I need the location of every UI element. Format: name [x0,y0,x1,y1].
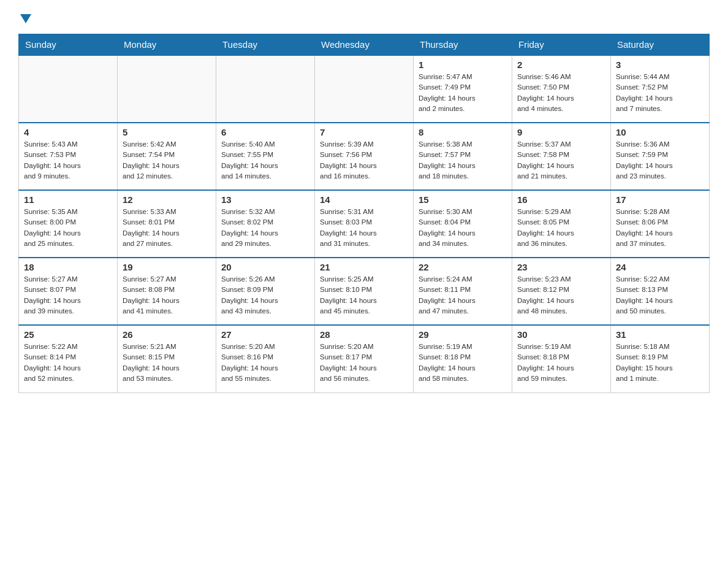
calendar-cell: 31Sunrise: 5:18 AM Sunset: 8:19 PM Dayli… [611,325,710,393]
day-number: 17 [616,194,704,205]
calendar-header-row: SundayMondayTuesdayWednesdayThursdayFrid… [19,34,710,56]
week-row-1: 1Sunrise: 5:47 AM Sunset: 7:49 PM Daylig… [19,55,710,123]
calendar-cell: 13Sunrise: 5:32 AM Sunset: 8:02 PM Dayli… [216,190,315,258]
day-info: Sunrise: 5:35 AM Sunset: 8:00 PM Dayligh… [24,207,112,249]
day-number: 1 [419,59,507,70]
logo-triangle-icon [20,14,31,23]
day-info: Sunrise: 5:22 AM Sunset: 8:13 PM Dayligh… [616,274,704,316]
day-number: 18 [24,262,112,272]
day-number: 24 [616,262,704,272]
day-number: 9 [517,127,605,137]
day-number: 22 [419,262,507,272]
calendar-cell: 15Sunrise: 5:30 AM Sunset: 8:04 PM Dayli… [414,190,512,258]
calendar-cell: 27Sunrise: 5:20 AM Sunset: 8:16 PM Dayli… [216,325,315,393]
calendar-table: SundayMondayTuesdayWednesdayThursdayFrid… [18,34,710,393]
calendar-cell: 28Sunrise: 5:20 AM Sunset: 8:17 PM Dayli… [315,325,414,393]
calendar-header-friday: Friday [512,34,611,56]
day-number: 27 [221,329,309,340]
day-info: Sunrise: 5:28 AM Sunset: 8:06 PM Dayligh… [616,207,704,249]
calendar-cell: 30Sunrise: 5:19 AM Sunset: 8:18 PM Dayli… [512,325,611,393]
day-info: Sunrise: 5:33 AM Sunset: 8:01 PM Dayligh… [123,207,211,249]
day-number: 11 [24,194,112,205]
day-number: 8 [419,127,507,137]
day-number: 4 [24,127,112,137]
calendar-cell: 26Sunrise: 5:21 AM Sunset: 8:15 PM Dayli… [118,325,216,393]
calendar-cell [216,55,315,123]
calendar-cell: 17Sunrise: 5:28 AM Sunset: 8:06 PM Dayli… [611,190,710,258]
day-info: Sunrise: 5:30 AM Sunset: 8:04 PM Dayligh… [419,207,507,249]
page-header [18,12,710,21]
calendar-cell [315,55,414,123]
calendar-header-saturday: Saturday [611,34,710,56]
calendar-header-tuesday: Tuesday [216,34,315,56]
week-row-5: 25Sunrise: 5:22 AM Sunset: 8:14 PM Dayli… [19,325,710,393]
day-info: Sunrise: 5:40 AM Sunset: 7:55 PM Dayligh… [221,139,309,182]
day-info: Sunrise: 5:25 AM Sunset: 8:10 PM Dayligh… [320,274,408,316]
day-info: Sunrise: 5:42 AM Sunset: 7:54 PM Dayligh… [123,139,211,182]
calendar-cell: 16Sunrise: 5:29 AM Sunset: 8:05 PM Dayli… [512,190,611,258]
calendar-cell: 29Sunrise: 5:19 AM Sunset: 8:18 PM Dayli… [414,325,512,393]
calendar-cell: 11Sunrise: 5:35 AM Sunset: 8:00 PM Dayli… [19,190,118,258]
calendar-cell: 8Sunrise: 5:38 AM Sunset: 7:57 PM Daylig… [414,123,512,190]
calendar-header-monday: Monday [118,34,216,56]
day-info: Sunrise: 5:46 AM Sunset: 7:50 PM Dayligh… [517,72,605,114]
day-number: 2 [517,59,605,70]
calendar-cell: 21Sunrise: 5:25 AM Sunset: 8:10 PM Dayli… [315,258,414,325]
calendar-cell: 25Sunrise: 5:22 AM Sunset: 8:14 PM Dayli… [19,325,118,393]
day-info: Sunrise: 5:24 AM Sunset: 8:11 PM Dayligh… [419,274,507,316]
calendar-cell: 22Sunrise: 5:24 AM Sunset: 8:11 PM Dayli… [414,258,512,325]
day-number: 6 [221,127,309,137]
day-info: Sunrise: 5:19 AM Sunset: 8:18 PM Dayligh… [419,342,507,384]
calendar-cell: 4Sunrise: 5:43 AM Sunset: 7:53 PM Daylig… [19,123,118,190]
day-info: Sunrise: 5:19 AM Sunset: 8:18 PM Dayligh… [517,342,605,384]
day-info: Sunrise: 5:20 AM Sunset: 8:17 PM Dayligh… [320,342,408,384]
day-number: 14 [320,194,408,205]
calendar-header-wednesday: Wednesday [315,34,414,56]
day-info: Sunrise: 5:29 AM Sunset: 8:05 PM Dayligh… [517,207,605,249]
day-info: Sunrise: 5:47 AM Sunset: 7:49 PM Dayligh… [419,72,507,114]
day-number: 12 [123,194,211,205]
calendar-cell: 3Sunrise: 5:44 AM Sunset: 7:52 PM Daylig… [611,55,710,123]
day-info: Sunrise: 5:38 AM Sunset: 7:57 PM Dayligh… [419,139,507,182]
day-info: Sunrise: 5:31 AM Sunset: 8:03 PM Dayligh… [320,207,408,249]
calendar-cell: 2Sunrise: 5:46 AM Sunset: 7:50 PM Daylig… [512,55,611,123]
day-number: 13 [221,194,309,205]
calendar-cell: 1Sunrise: 5:47 AM Sunset: 7:49 PM Daylig… [414,55,512,123]
day-info: Sunrise: 5:26 AM Sunset: 8:09 PM Dayligh… [221,274,309,316]
calendar-cell: 14Sunrise: 5:31 AM Sunset: 8:03 PM Dayli… [315,190,414,258]
calendar-cell: 18Sunrise: 5:27 AM Sunset: 8:07 PM Dayli… [19,258,118,325]
calendar-cell [118,55,216,123]
day-number: 15 [419,194,507,205]
calendar-cell: 12Sunrise: 5:33 AM Sunset: 8:01 PM Dayli… [118,190,216,258]
day-info: Sunrise: 5:27 AM Sunset: 8:07 PM Dayligh… [24,274,112,316]
calendar-cell: 23Sunrise: 5:23 AM Sunset: 8:12 PM Dayli… [512,258,611,325]
day-number: 28 [320,329,408,340]
day-number: 29 [419,329,507,340]
calendar-cell: 24Sunrise: 5:22 AM Sunset: 8:13 PM Dayli… [611,258,710,325]
day-number: 25 [24,329,112,340]
day-info: Sunrise: 5:43 AM Sunset: 7:53 PM Dayligh… [24,139,112,182]
day-number: 3 [616,59,704,70]
week-row-4: 18Sunrise: 5:27 AM Sunset: 8:07 PM Dayli… [19,258,710,325]
day-info: Sunrise: 5:32 AM Sunset: 8:02 PM Dayligh… [221,207,309,249]
logo [18,12,31,21]
day-number: 30 [517,329,605,340]
week-row-3: 11Sunrise: 5:35 AM Sunset: 8:00 PM Dayli… [19,190,710,258]
calendar-cell: 7Sunrise: 5:39 AM Sunset: 7:56 PM Daylig… [315,123,414,190]
day-info: Sunrise: 5:36 AM Sunset: 7:59 PM Dayligh… [616,139,704,182]
day-number: 10 [616,127,704,137]
day-number: 21 [320,262,408,272]
calendar-cell: 19Sunrise: 5:27 AM Sunset: 8:08 PM Dayli… [118,258,216,325]
day-number: 19 [123,262,211,272]
day-number: 7 [320,127,408,137]
day-info: Sunrise: 5:21 AM Sunset: 8:15 PM Dayligh… [123,342,211,384]
day-info: Sunrise: 5:23 AM Sunset: 8:12 PM Dayligh… [517,274,605,316]
day-info: Sunrise: 5:22 AM Sunset: 8:14 PM Dayligh… [24,342,112,384]
day-number: 23 [517,262,605,272]
day-info: Sunrise: 5:44 AM Sunset: 7:52 PM Dayligh… [616,72,704,114]
day-number: 5 [123,127,211,137]
day-number: 26 [123,329,211,340]
calendar-cell: 10Sunrise: 5:36 AM Sunset: 7:59 PM Dayli… [611,123,710,190]
week-row-2: 4Sunrise: 5:43 AM Sunset: 7:53 PM Daylig… [19,123,710,190]
calendar-cell: 20Sunrise: 5:26 AM Sunset: 8:09 PM Dayli… [216,258,315,325]
